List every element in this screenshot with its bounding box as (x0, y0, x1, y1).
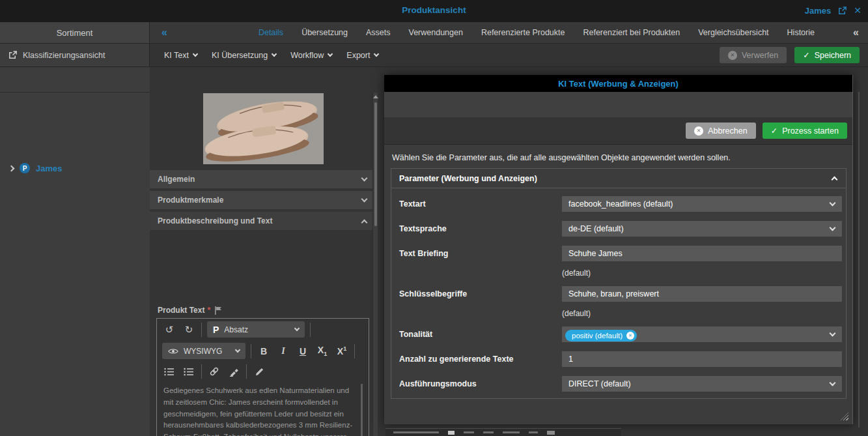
paragraph-format-dropdown[interactable]: P Absatz (207, 321, 305, 338)
textart-select[interactable]: facebook_headlines (default) (562, 196, 842, 212)
tonalitaet-select[interactable]: positiv (default) ✕ (562, 327, 842, 342)
anzahl-texte-input[interactable] (562, 351, 842, 367)
undo-icon[interactable]: ↺ (162, 323, 176, 337)
schluesselbegriffe-input[interactable] (562, 286, 842, 302)
superscript-button[interactable]: X1 (335, 345, 349, 356)
product-detail-panel: Allgemein Produktmerkmale Produktbeschre… (150, 67, 378, 436)
close-icon[interactable]: ✕ (854, 5, 861, 16)
flag-icon (214, 306, 222, 315)
italic-button[interactable]: I (276, 346, 290, 356)
classification-view-label: Klassifizierungsansicht (23, 51, 105, 60)
save-button[interactable]: ✓ Speichern (794, 47, 860, 63)
panel-scrollbar[interactable] (372, 93, 378, 436)
tonalitaet-tag[interactable]: positiv (default) ✕ (565, 330, 637, 342)
page-title: Produktansicht (0, 5, 868, 15)
chevron-down-icon (830, 330, 836, 337)
editor-toolbar-row-3 (157, 362, 369, 381)
chevron-up-icon (832, 177, 838, 183)
panel-scrollbar-thumb[interactable] (374, 102, 377, 226)
parameter-section-header[interactable]: Parameter (Werbung und Anzeigen) (391, 169, 846, 188)
tab-vergleichsuebersicht[interactable]: Vergleichsübersicht (698, 28, 768, 37)
title-bar: Produktansicht James ✕ (0, 0, 868, 22)
divider (201, 364, 202, 379)
sidebar-tree-panel: P James (0, 67, 150, 436)
field-label-schluesselbegriffe: Schlüsselbegriffe (399, 286, 467, 302)
field-label-anzahl-texte: Anzahl zu generierende Texte (399, 351, 514, 367)
ausfuehrungsmodus-select[interactable]: DIRECT (default) (562, 376, 842, 392)
cancel-button[interactable]: ✕ Abbrechen (686, 123, 755, 139)
chevron-down-icon (361, 175, 368, 182)
required-asterisk: * (207, 306, 210, 315)
resize-grip[interactable] (841, 413, 848, 420)
user-area: James ✕ (805, 5, 861, 16)
accordion-produktbeschreibung[interactable]: Produktbeschreibung und Text (150, 212, 376, 230)
check-icon: ✓ (771, 126, 777, 136)
field-label-text-briefing: Text Briefing (399, 246, 448, 261)
chevron-down-icon (193, 51, 198, 57)
redo-icon[interactable]: ↻ (182, 323, 196, 337)
x-circle-icon: ✕ (694, 126, 703, 136)
field-label-textsprache: Textsprache (399, 221, 447, 237)
main-scrollbar[interactable] (858, 92, 860, 428)
subscript-button[interactable]: X1 (315, 345, 329, 357)
editor-toolbar-row-2: WYSIWYG B I U X1 X1 (157, 340, 369, 362)
bold-button[interactable]: B (257, 346, 271, 356)
link-icon[interactable] (207, 364, 221, 379)
textsprache-select[interactable]: de-DE (default) (562, 221, 842, 237)
share-icon[interactable] (837, 6, 847, 16)
tab-details[interactable]: Details (259, 28, 283, 37)
scroll-up-icon[interactable] (373, 95, 378, 98)
divider (393, 431, 439, 433)
collapse-right-icon[interactable]: « (853, 27, 859, 38)
x-circle-icon: ✕ (728, 51, 737, 60)
user-name[interactable]: James (805, 6, 831, 16)
menu-ki-text[interactable]: KI Text (164, 51, 197, 60)
accordion-produktmerkmale[interactable]: Produktmerkmale (150, 191, 376, 209)
product-badge: P (20, 163, 30, 173)
check-icon: ✓ (803, 50, 809, 60)
menu-ki-uebersetzung[interactable]: KI Übersetzung (212, 51, 276, 60)
start-process-button[interactable]: ✓ Prozess starten (763, 123, 847, 139)
divider (310, 323, 311, 337)
remove-tag-icon[interactable]: ✕ (626, 332, 634, 340)
editor-scrollbar[interactable] (361, 384, 363, 436)
tree-item-james[interactable]: P James (9, 163, 62, 173)
tab-referenziert-bei-produkten[interactable]: Referenziert bei Produkten (583, 28, 680, 37)
rich-text-editor: ↺ ↻ P Absatz WYSIWYG (156, 318, 369, 436)
chevron-right-icon[interactable] (8, 165, 15, 171)
ordered-list-icon[interactable] (182, 364, 196, 379)
divider (354, 344, 355, 358)
chevron-down-icon (374, 51, 379, 57)
tab-assets[interactable]: Assets (366, 28, 391, 37)
tab-uebersetzung[interactable]: Übersetzung (301, 28, 348, 37)
modal-title: KI Text (Werbung & Anzeigen) (558, 79, 679, 89)
divider (547, 431, 555, 435)
parameter-section: Parameter (Werbung und Anzeigen) Textart… (391, 168, 847, 399)
edit-pencil-icon[interactable] (252, 364, 266, 379)
tab-referenzierte-produkte[interactable]: Referenzierte Produkte (481, 28, 565, 37)
divider (464, 431, 474, 433)
divider (201, 323, 202, 337)
divider (246, 364, 247, 379)
tab-historie[interactable]: Historie (787, 28, 815, 37)
classification-view-link[interactable]: Klassifizierungsansicht (0, 44, 150, 67)
highlight-marker-icon[interactable] (227, 364, 241, 379)
discard-button[interactable]: ✕ Verwerfen (720, 47, 787, 63)
bullet-list-icon[interactable] (162, 364, 176, 379)
chevron-down-icon (235, 347, 240, 353)
divider (503, 431, 520, 433)
text-briefing-input[interactable] (562, 246, 842, 261)
product-description-text[interactable]: Gediegenes Schuhwerk aus edlen Naturmate… (163, 385, 359, 436)
chevron-down-icon (294, 326, 300, 331)
chevron-down-icon (830, 225, 836, 231)
menu-export[interactable]: Export (346, 51, 378, 60)
view-mode-dropdown[interactable]: WYSIWYG (162, 343, 245, 359)
classification-view-icon (8, 50, 18, 60)
accordion-allgemein[interactable]: Allgemein (150, 170, 376, 188)
underline-button[interactable]: U (296, 346, 310, 356)
tab-verwendungen[interactable]: Verwendungen (409, 28, 463, 37)
collapse-left-icon[interactable]: « (161, 27, 167, 38)
app-root: Produktansicht James ✕ Sortiment « Detai… (0, 0, 868, 436)
field-label-ausfuehrungsmodus: Ausführungsmodus (399, 376, 477, 392)
menu-workflow[interactable]: Workflow (290, 51, 332, 60)
